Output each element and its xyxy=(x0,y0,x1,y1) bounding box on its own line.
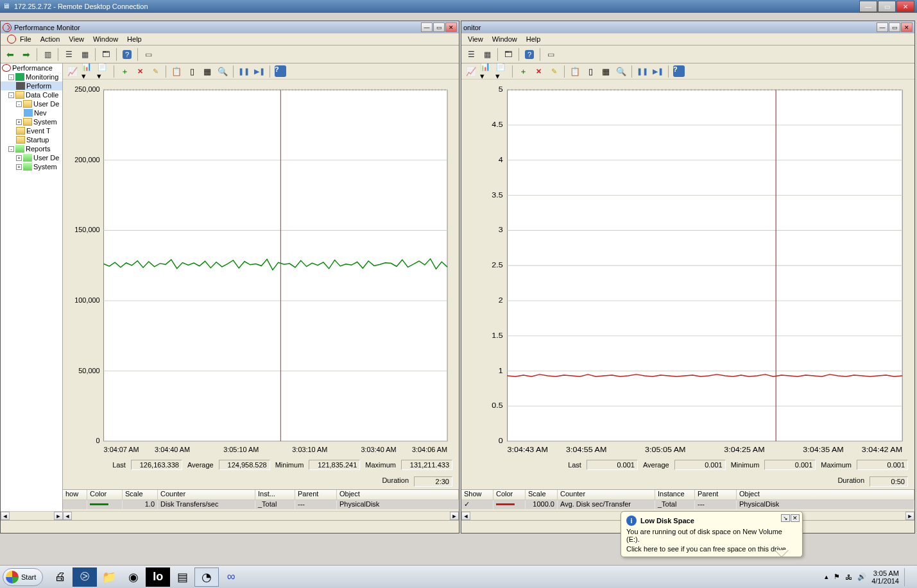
freeze-button[interactable]: ❚❚ xyxy=(237,65,251,78)
navigation-tree[interactable]: Performance -Monitoring Perform -Data Co… xyxy=(1,63,63,520)
taskbar-printer-icon[interactable]: 🖨 xyxy=(48,567,73,587)
zoom-button[interactable]: 🔍 xyxy=(614,65,628,78)
menu-file[interactable]: File xyxy=(20,35,31,43)
zoom-button[interactable]: 🔍 xyxy=(216,65,230,78)
paste-button[interactable]: ▯ xyxy=(185,65,199,78)
menu-view-r[interactable]: View xyxy=(468,35,483,43)
right-titlebar[interactable]: onitor — ▭ ✕ xyxy=(461,21,914,33)
export-button[interactable]: ▦ xyxy=(78,47,92,62)
counter-row[interactable]: ✓ 1000.0 Avg. Disk sec/Transfer _Total -… xyxy=(461,500,914,509)
tree-user-defined[interactable]: User De xyxy=(33,100,59,108)
tree-event-trace[interactable]: Event T xyxy=(26,127,51,135)
delete-counter-button[interactable]: ✕ xyxy=(133,65,147,78)
cascade-button-r[interactable]: ▭ xyxy=(544,47,558,62)
chart-area-left[interactable]: 050,000100,000150,000200,000250,0003:04:… xyxy=(63,80,459,457)
nav-back-button[interactable]: ⬅ xyxy=(3,47,17,62)
chart-area-right[interactable]: 00.511.522.533.544.553:04:43 AM3:04:55 A… xyxy=(461,80,914,457)
start-button[interactable]: Start xyxy=(3,568,43,586)
help-button[interactable]: ? xyxy=(522,47,536,62)
tray-network-icon[interactable]: 🖧 xyxy=(845,573,852,581)
right-maximize-button[interactable]: ▭ xyxy=(889,22,900,32)
tree-reports-user[interactable]: User De xyxy=(33,154,59,162)
left-close-button[interactable]: ✕ xyxy=(445,22,457,32)
counter-row[interactable]: 1.0 Disk Transfers/sec _Total --- Physic… xyxy=(63,500,459,509)
tree-root[interactable]: Performance xyxy=(12,64,53,72)
expand-icon[interactable]: + xyxy=(16,119,22,125)
low-disk-balloon[interactable]: ↘✕ iLow Disk Space You are running out o… xyxy=(621,511,803,557)
rdp-close-button[interactable]: ✕ xyxy=(896,1,914,12)
taskbar-chrome-icon[interactable]: ◉ xyxy=(121,567,146,587)
tree-monitoring[interactable]: Monitoring xyxy=(26,73,58,81)
paste-button[interactable]: ▯ xyxy=(583,65,597,78)
menu-window[interactable]: Window xyxy=(93,35,118,43)
tree-system[interactable]: System xyxy=(33,118,57,126)
counter-grid-left[interactable]: how Color Scale Counter Inst... Parent O… xyxy=(63,489,459,511)
menu-window-r[interactable]: Window xyxy=(492,35,517,43)
expand-icon[interactable]: - xyxy=(8,74,14,80)
expand-icon[interactable]: - xyxy=(8,146,14,152)
taskbar-app1-icon[interactable]: ▤ xyxy=(170,567,194,587)
nav-forward-button[interactable]: ➡ xyxy=(19,47,33,62)
expand-icon[interactable]: + xyxy=(16,155,22,161)
tree-startup[interactable]: Startup xyxy=(26,136,49,144)
right-minimize-button[interactable]: — xyxy=(877,22,888,32)
update-button[interactable]: ▶❚ xyxy=(252,65,266,78)
tray-volume-icon[interactable]: 🔊 xyxy=(857,573,866,581)
view-report-button[interactable]: 📄▾ xyxy=(96,65,110,78)
expand-icon[interactable]: + xyxy=(16,164,22,170)
properties-button[interactable]: ☰ xyxy=(62,47,76,62)
taskbar-iometer-icon[interactable]: Io xyxy=(146,567,170,587)
properties-button[interactable]: ▦ xyxy=(599,65,613,78)
export-button[interactable]: ▦ xyxy=(480,47,494,62)
new-window-button[interactable]: 🗔 xyxy=(99,47,113,62)
system-tray[interactable]: ▴ ⚑ 🖧 🔊 3:05 AM 4/1/2014 xyxy=(825,568,911,586)
cascade-button[interactable]: ▭ xyxy=(141,47,155,62)
show-hide-tree-button[interactable]: ▥ xyxy=(40,47,55,62)
tree-scrollbar[interactable]: ◄► xyxy=(1,511,63,520)
tray-date[interactable]: 4/1/2014 xyxy=(871,577,899,585)
rdp-minimize-button[interactable]: — xyxy=(859,1,877,12)
tree-performance-monitor[interactable]: Perform xyxy=(26,82,51,90)
expand-icon[interactable]: - xyxy=(16,101,22,107)
properties-button[interactable]: ☰ xyxy=(464,47,478,62)
menu-action[interactable]: Action xyxy=(40,35,60,43)
menu-help-r[interactable]: Help xyxy=(526,35,541,43)
delete-counter-button[interactable]: ✕ xyxy=(531,65,545,78)
expand-icon[interactable]: - xyxy=(8,92,14,98)
add-counter-button[interactable]: ＋ xyxy=(516,65,530,78)
right-close-button[interactable]: ✕ xyxy=(901,22,913,32)
counter-grid-right[interactable]: Show Color Scale Counter Instance Parent… xyxy=(461,489,914,511)
menu-help[interactable]: Help xyxy=(127,35,142,43)
view-histogram-button[interactable]: 📊▾ xyxy=(479,65,493,78)
tray-show-hidden-icon[interactable]: ▴ xyxy=(825,573,828,581)
help-button[interactable]: ? xyxy=(120,47,134,62)
menu-view[interactable]: View xyxy=(69,35,84,43)
left-minimize-button[interactable]: — xyxy=(421,22,433,32)
taskbar-vstudio-icon[interactable]: ∞ xyxy=(219,567,243,587)
view-graph-button[interactable]: 📈 xyxy=(464,65,478,78)
tray-time[interactable]: 3:05 AM xyxy=(871,569,899,577)
left-titlebar[interactable]: Performance Monitor — ▭ ✕ xyxy=(1,21,459,33)
view-report-button[interactable]: 📄▾ xyxy=(495,65,509,78)
highlight-button[interactable]: ✎ xyxy=(148,65,162,78)
properties-button[interactable]: ▦ xyxy=(200,65,214,78)
balloon-options-button[interactable]: ↘ xyxy=(781,514,790,522)
tree-item[interactable]: Nev xyxy=(34,109,47,117)
tree-reports-system[interactable]: System xyxy=(33,163,57,171)
highlight-button[interactable]: ✎ xyxy=(547,65,561,78)
balloon-close-button[interactable]: ✕ xyxy=(791,514,800,522)
freeze-button[interactable]: ❚❚ xyxy=(635,65,649,78)
view-graph-button[interactable]: 📈 xyxy=(65,65,80,78)
tray-flag-icon[interactable]: ⚑ xyxy=(834,573,840,581)
copy-button[interactable]: 📋 xyxy=(568,65,582,78)
tree-reports[interactable]: Reports xyxy=(26,145,51,153)
chart-help-button[interactable]: ? xyxy=(273,65,287,78)
chart-help-button[interactable]: ? xyxy=(672,65,686,78)
left-maximize-button[interactable]: ▭ xyxy=(433,22,445,32)
copy-button[interactable]: 📋 xyxy=(169,65,184,78)
tree-data-collector[interactable]: Data Colle xyxy=(26,91,58,99)
rdp-maximize-button[interactable]: ▭ xyxy=(878,1,896,12)
tray-show-desktop[interactable] xyxy=(904,568,911,586)
taskbar-explorer-icon[interactable]: 📁 xyxy=(97,567,121,587)
new-window-button[interactable]: 🗔 xyxy=(501,47,515,62)
